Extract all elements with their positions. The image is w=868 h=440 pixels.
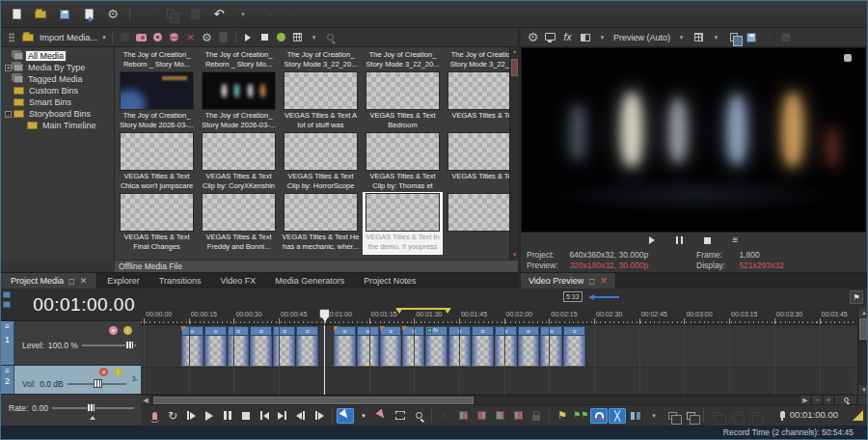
timeline-clip[interactable]: ≡ <box>472 326 495 367</box>
capture-video-button[interactable] <box>134 31 149 44</box>
timeline-clip[interactable]: ≡ <box>181 326 204 367</box>
media-thumbnail[interactable] <box>202 193 276 232</box>
media-thumbnail[interactable] <box>366 193 440 232</box>
split-screen-view-button[interactable] <box>578 31 592 44</box>
auto-crossfade-button[interactable]: ╳ <box>609 408 626 424</box>
preview-settings-button[interactable]: ⚙ <box>526 31 540 44</box>
sidebar-item-all-media[interactable]: All Media <box>1 50 114 62</box>
media-thumbnail[interactable] <box>120 71 194 110</box>
group-disabled-2-button[interactable] <box>726 408 744 424</box>
group-disabled-3-button[interactable] <box>745 408 762 424</box>
tab-project-notes[interactable]: Project Notes <box>354 273 425 289</box>
search-button[interactable] <box>323 31 338 44</box>
save-snapshot-button[interactable] <box>744 31 758 44</box>
zoom-in-icon[interactable]: + <box>824 396 834 404</box>
scrollbar-thumb[interactable] <box>153 397 474 404</box>
media-item[interactable]: VEGAS Titles & Text Clip by: HorrorScope <box>282 132 360 193</box>
split-screen-dropdown-button[interactable]: ▼ <box>595 31 610 44</box>
sidebar-item-custom-bins[interactable]: Custom Bins <box>1 85 114 96</box>
media-thumbnail[interactable] <box>202 71 276 110</box>
media-thumbnail[interactable] <box>120 132 194 171</box>
close-icon[interactable]: ✕ <box>600 276 608 286</box>
media-item[interactable]: The Joy of Creation_ Story Mode 2026-03-… <box>118 71 196 132</box>
expand-toggle-icon[interactable]: + <box>5 65 12 71</box>
stop-button[interactable] <box>237 408 255 424</box>
clip-body[interactable] <box>425 336 448 367</box>
media-item[interactable]: VEGAS Titles & Text Clip by: CoryXKenshi… <box>200 132 278 193</box>
save-project-button[interactable] <box>54 5 75 24</box>
timeline-clip[interactable]: ≡ <box>448 326 472 367</box>
video-display[interactable] <box>521 47 866 233</box>
zoom-edit-tool-button[interactable] <box>410 408 427 424</box>
scroll-down-icon[interactable]: ▼ <box>858 385 868 395</box>
track-menu-icon[interactable]: ≡ <box>5 322 10 331</box>
timeline-clip[interactable]: ≡ <box>228 326 251 367</box>
preview-quality-select[interactable]: Preview (Auto) <box>613 33 670 42</box>
dock-handle-button[interactable] <box>4 31 18 44</box>
sidebar-item-storyboard-bins[interactable]: -Storyboard Bins <box>1 108 114 120</box>
media-grid-scrollbar[interactable]: ▲ ▼ <box>509 47 518 260</box>
stop-preview-button[interactable] <box>258 31 272 44</box>
snapshot-disabled-1-button[interactable]: ↺ <box>761 31 775 44</box>
tab-transitions[interactable]: Transitions <box>149 273 211 289</box>
sidebar-item-tagged-media[interactable]: Tagged Media <box>1 73 114 85</box>
clip-body[interactable] <box>250 336 272 367</box>
render-as-button[interactable] <box>78 5 99 24</box>
views-button[interactable] <box>290 31 305 44</box>
media-item[interactable]: VEGAS Titles & Text Final Changes <box>118 193 196 254</box>
enable-snapping-button[interactable] <box>590 408 608 424</box>
media-thumbnail[interactable] <box>448 193 509 232</box>
clip-body[interactable] <box>357 336 379 367</box>
clip-body[interactable] <box>540 336 562 367</box>
next-frame-button[interactable] <box>311 408 328 424</box>
media-item[interactable]: VEGAS Titles & Text He has a mechanic, w… <box>282 193 360 254</box>
scroll-left-icon[interactable]: ◀ <box>141 396 151 404</box>
auto-ripple-dropdown-button[interactable]: ▼ <box>645 408 663 424</box>
media-thumbnail[interactable] <box>448 71 509 110</box>
media-item[interactable]: VEGAS Titles & Text Bedroom <box>364 71 442 132</box>
zoom-tool-icon[interactable] <box>835 396 857 404</box>
timeline-clip[interactable]: ≡ <box>563 326 586 367</box>
grid-overlay-dropdown-button[interactable]: ▼ <box>709 31 723 44</box>
sidebar-item-main-timeline[interactable]: Main Timeline <box>1 120 114 131</box>
timeline-clip[interactable]: ≡ <box>334 326 357 367</box>
clip-header[interactable]: ≡ <box>296 326 318 336</box>
clip-body[interactable] <box>334 336 356 367</box>
zoom-out-icon[interactable]: − <box>812 396 823 404</box>
snapshot-disabled-2-button[interactable] <box>778 31 793 44</box>
media-item[interactable] <box>446 193 509 254</box>
loop-playback-button[interactable]: ↻ <box>164 408 181 424</box>
scrollbar-thumb[interactable] <box>511 59 518 76</box>
clip-body[interactable] <box>495 336 517 367</box>
cursor-position-readout[interactable]: 00:01:00.00 <box>780 409 838 420</box>
go-to-end-button[interactable] <box>274 408 291 424</box>
clip-body[interactable] <box>518 336 540 367</box>
preview-play-button[interactable] <box>644 234 659 247</box>
cursor-time-display[interactable]: 00:01:00.00 <box>33 294 135 316</box>
track1-mute-button[interactable]: ✕ <box>109 326 118 335</box>
tab-media-generators[interactable]: Media Generators <box>265 273 354 289</box>
media-thumbnail[interactable] <box>284 71 358 110</box>
delete-event-button[interactable]: × <box>436 408 453 424</box>
media-item[interactable]: The Joy of Creation_ Story Mode 2026-03-… <box>200 71 278 132</box>
media-properties-button[interactable]: ⚙ <box>200 31 214 44</box>
media-item[interactable]: VEGAS Titles & Text <box>446 132 509 193</box>
timeline-clip[interactable]: ≡ <box>250 326 273 367</box>
trim-start-button[interactable] <box>473 408 490 424</box>
media-item[interactable]: VEGAS Titles & Text <box>446 71 509 132</box>
level-slider-handle[interactable] <box>125 341 134 349</box>
project-properties-button[interactable]: ⚙ <box>102 5 123 24</box>
scrollbar-thumb[interactable] <box>859 318 868 340</box>
track2-solo-button[interactable]: ! <box>114 368 122 376</box>
scroll-up-icon[interactable]: ▲ <box>858 308 868 317</box>
paste-button[interactable] <box>184 5 205 24</box>
timeline-dock-icon2[interactable] <box>3 301 11 308</box>
clip-header[interactable]: ≡ <box>472 326 494 336</box>
grid-overlay-button[interactable] <box>692 31 706 44</box>
clip-body[interactable] <box>563 336 585 367</box>
group-disabled-1-button[interactable] <box>708 408 725 424</box>
trim-end-button[interactable] <box>491 408 508 424</box>
audio-track-header[interactable]: ≡ 2 ✕ ! 3- Vol: 0.0 dB <box>1 366 141 395</box>
split-trim-button[interactable] <box>509 408 527 424</box>
timeline-horizontal-scrollbar[interactable]: ◀ ▶ − + <box>141 395 868 404</box>
